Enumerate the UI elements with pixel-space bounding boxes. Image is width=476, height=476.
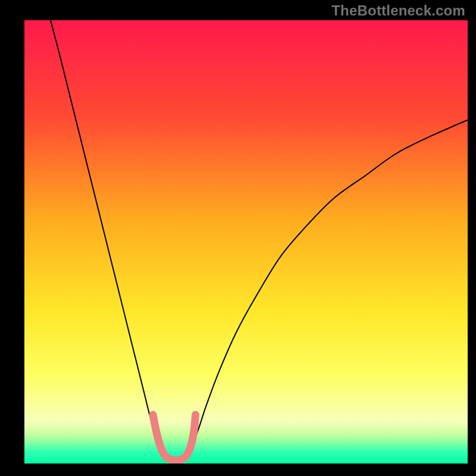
chart-frame: TheBottleneck.com: [0, 0, 476, 476]
gradient-background: [24, 20, 468, 464]
bottleneck-chart: [0, 0, 476, 476]
